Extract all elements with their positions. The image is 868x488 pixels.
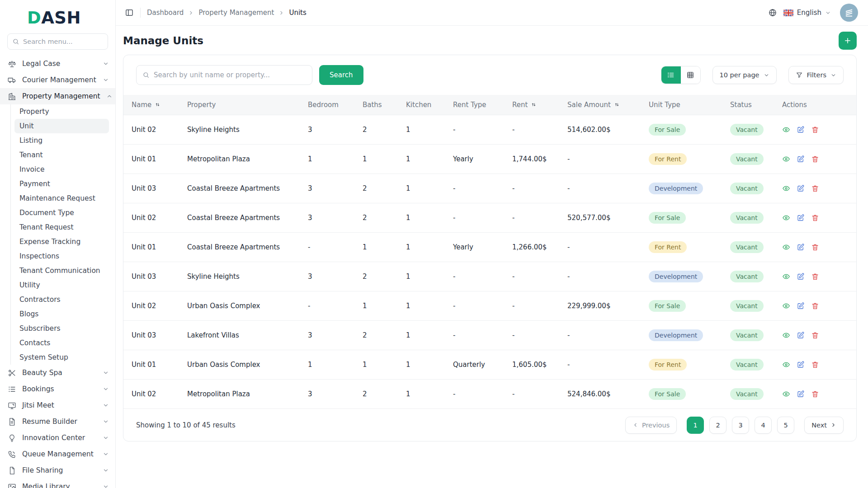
sidebar-subitem-invoice[interactable]: Invoice <box>14 162 109 177</box>
edit-button[interactable] <box>797 214 805 222</box>
sidebar-subitem-utility[interactable]: Utility <box>14 278 109 292</box>
status-badge: Vacant <box>730 300 764 312</box>
filters-button[interactable]: Filters <box>788 66 844 84</box>
grid-view-button[interactable] <box>681 66 700 84</box>
sidebar-item-bookings[interactable]: Bookings <box>0 381 115 397</box>
page-button-1[interactable]: 1 <box>687 417 704 434</box>
view-button[interactable] <box>782 126 790 134</box>
edit-icon <box>797 302 805 310</box>
sidebar-item-innovation-center[interactable]: Innovation Center <box>0 430 115 446</box>
edit-button[interactable] <box>797 361 805 369</box>
sidebar-subitem-listing[interactable]: Listing <box>14 133 109 148</box>
sidebar-item-queue-management[interactable]: Queue Management <box>0 446 115 462</box>
view-button[interactable] <box>782 214 790 222</box>
sort-icon[interactable] <box>531 102 537 108</box>
cell-kitchen: 1 <box>399 232 446 262</box>
page-button-5[interactable]: 5 <box>777 417 794 434</box>
edit-button[interactable] <box>797 302 805 310</box>
sidebar-item-legal-case[interactable]: Legal Case <box>0 56 115 72</box>
view-button[interactable] <box>782 184 790 192</box>
language-selector[interactable]: English <box>783 9 831 17</box>
delete-button[interactable] <box>811 214 819 222</box>
edit-button[interactable] <box>797 390 805 398</box>
cell-rent-type: - <box>446 174 505 203</box>
sidebar-subitem-tenant-communication[interactable]: Tenant Communication <box>14 263 109 278</box>
column-header-rent[interactable]: Rent <box>505 95 560 115</box>
page-button-3[interactable]: 3 <box>732 417 749 434</box>
cell-rent: - <box>505 320 560 350</box>
user-avatar[interactable] <box>840 4 858 22</box>
sidebar-subitem-document-type[interactable]: Document Type <box>14 206 109 220</box>
edit-button[interactable] <box>797 184 805 192</box>
sidebar-item-file-sharing[interactable]: File Sharing <box>0 462 115 479</box>
delete-button[interactable] <box>811 272 819 281</box>
cell-sale-amount: - <box>560 174 642 203</box>
sidebar-item-courier-management[interactable]: Courier Management <box>0 72 115 88</box>
view-button[interactable] <box>782 331 790 339</box>
sidebar-subitem-inspections[interactable]: Inspections <box>14 249 109 263</box>
sidebar-subitem-contacts[interactable]: Contacts <box>14 336 109 350</box>
edit-button[interactable] <box>797 272 805 281</box>
sidebar-subitem-contractors[interactable]: Contractors <box>14 292 109 307</box>
edit-button[interactable] <box>797 331 805 339</box>
sidebar-subitem-maintenance-request[interactable]: Maintenance Request <box>14 191 109 206</box>
sidebar-item-jitsi-meet[interactable]: Jitsi Meet <box>0 397 115 413</box>
sidebar-subitem-subscribers[interactable]: Subscribers <box>14 321 109 336</box>
delete-button[interactable] <box>811 302 819 310</box>
delete-button[interactable] <box>811 243 819 251</box>
sort-icon[interactable] <box>614 102 620 108</box>
delete-button[interactable] <box>811 331 819 339</box>
sidebar-toggle-button[interactable] <box>125 8 134 17</box>
sort-icon[interactable] <box>155 102 160 108</box>
sidebar-subitem-blogs[interactable]: Blogs <box>14 307 109 321</box>
globe-icon[interactable] <box>768 8 777 17</box>
sidebar-subitem-tenant-request[interactable]: Tenant Request <box>14 220 109 235</box>
edit-button[interactable] <box>797 126 805 134</box>
cell-kitchen: 1 <box>399 144 446 174</box>
per-page-select[interactable]: 10 per page <box>712 66 777 84</box>
status-badge: Vacant <box>730 183 764 194</box>
view-button[interactable] <box>782 272 790 281</box>
sidebar-item-beauty-spa[interactable]: Beauty Spa <box>0 365 115 381</box>
delete-button[interactable] <box>811 361 819 369</box>
add-unit-button[interactable] <box>839 32 857 50</box>
sidebar-subitem-system-setup[interactable]: System Setup <box>14 350 109 365</box>
column-header-name[interactable]: Name <box>123 95 180 115</box>
search-button[interactable]: Search <box>319 65 363 85</box>
view-button[interactable] <box>782 302 790 310</box>
delete-button[interactable] <box>811 126 819 134</box>
sidebar-subitem-property[interactable]: Property <box>14 104 109 119</box>
edit-button[interactable] <box>797 155 805 163</box>
delete-button[interactable] <box>811 184 819 192</box>
page-button-4[interactable]: 4 <box>755 417 772 434</box>
sidebar-item-property-management[interactable]: Property Management <box>0 88 115 104</box>
unit-search-input[interactable] <box>154 71 306 79</box>
sidebar-item-label: Beauty Spa <box>22 369 97 377</box>
view-button[interactable] <box>782 361 790 369</box>
delete-button[interactable] <box>811 390 819 398</box>
view-button[interactable] <box>782 155 790 163</box>
sidebar-subitem-tenant[interactable]: Tenant <box>14 148 109 162</box>
trash-icon <box>811 361 819 369</box>
view-button[interactable] <box>782 390 790 398</box>
view-button[interactable] <box>782 243 790 251</box>
sidebar-subitem-unit[interactable]: Unit <box>14 119 109 133</box>
column-header-actions: Actions <box>775 95 856 115</box>
trash-icon <box>811 155 819 163</box>
sidebar-item-resume-builder[interactable]: Resume Builder <box>0 413 115 430</box>
previous-page-button[interactable]: Previous <box>625 417 677 434</box>
sidebar-search-input[interactable] <box>23 38 105 45</box>
topbar-divider <box>140 8 141 18</box>
sidebar-subitem-expense-tracking[interactable]: Expense Tracking <box>14 235 109 249</box>
breadcrumb-item-dashboard[interactable]: Dashboard <box>147 9 184 17</box>
column-header-sale-amount[interactable]: Sale Amount <box>560 95 642 115</box>
edit-button[interactable] <box>797 243 805 251</box>
breadcrumb-item-property-management[interactable]: Property Management <box>198 9 274 17</box>
sidebar-subitem-payment[interactable]: Payment <box>14 177 109 191</box>
sidebar-item-media-library[interactable]: Media Library <box>0 479 115 488</box>
page-button-2[interactable]: 2 <box>709 417 726 434</box>
cell-name: Unit 03 <box>123 262 180 291</box>
delete-button[interactable] <box>811 155 819 163</box>
next-page-button[interactable]: Next <box>804 417 844 434</box>
list-view-button[interactable] <box>661 66 681 84</box>
